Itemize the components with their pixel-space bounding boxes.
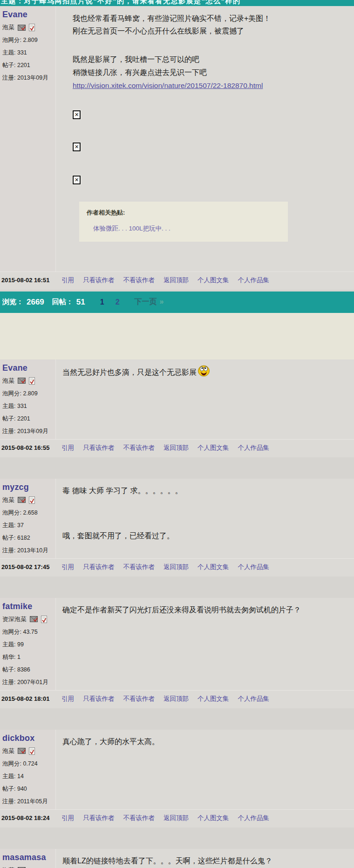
username-link[interactable]: myzcg [2, 482, 54, 492]
action-only-author-link[interactable]: 只看该作者 [83, 695, 115, 703]
user-icons [18, 747, 35, 755]
action-only-author-link[interactable]: 只看该作者 [83, 814, 115, 822]
next-page-arrow-icon: » [160, 298, 164, 305]
post-content: 确定不是作者新买了闪光灯后还没来得及看说明书就去匆匆试机的片子？ [56, 598, 354, 690]
username-link[interactable]: masamasa [2, 853, 54, 862]
username-link[interactable]: Evane [2, 363, 54, 373]
username-link[interactable]: fatmike [2, 602, 54, 611]
user-rank-label: 泡菜 [2, 496, 14, 504]
user-rank-row: 泡菜 [2, 747, 54, 755]
user-stat: 注册: 2013年09月 [2, 74, 54, 82]
post-text: 真心跪了，大师的水平太高。 [62, 735, 348, 748]
user-stats: 泡网分: 2.658主题: 37帖子: 6182注册: 2013年10月 [2, 509, 54, 555]
action-works-link[interactable]: 个人作品集 [238, 814, 270, 822]
edit-icon[interactable] [41, 616, 47, 623]
post-content: 当然无忌好片也多滴，只是这个无忌影展 [56, 359, 354, 439]
post-date: 2015-08-02 18:24 [0, 814, 61, 821]
action-hide-author-link[interactable]: 不看该作者 [123, 276, 155, 285]
page-number-2[interactable]: 2 [116, 298, 120, 306]
action-hide-author-link[interactable]: 不看该作者 [123, 444, 155, 452]
message-icon[interactable] [18, 748, 26, 754]
action-gallery-link[interactable]: 个人图文集 [197, 814, 229, 822]
action-gallery-link[interactable]: 个人图文集 [197, 444, 229, 452]
action-hide-author-link[interactable]: 不看该作者 [123, 814, 155, 822]
page-number-current[interactable]: 1 [100, 298, 104, 306]
post-actions: 引用只看该作者不看该作者返回顶部个人图文集个人作品集 [61, 695, 269, 703]
message-icon[interactable] [18, 378, 26, 384]
user-icons [18, 24, 35, 31]
blank-line [62, 497, 348, 529]
user-stats: 泡网分: 2.809主题: 331帖子: 2201注册: 2013年09月 [2, 36, 54, 82]
user-stat: 主题: 331 [2, 402, 54, 410]
thread-stats-bar: 浏览： 2669 回帖： 51 1 2 下一页» [0, 292, 354, 313]
user-rank-row: 泡菜 [2, 496, 54, 504]
post-text-span: 当然无忌好片也多滴，只是这个无忌影展 [62, 368, 197, 376]
action-back-top-link[interactable]: 返回顶部 [163, 276, 189, 285]
action-quote-link[interactable]: 引用 [61, 695, 74, 703]
post-content: 毒 德味 大师 学习了 求。。。。。。哦，套图就不用了，已经看过了。 [56, 479, 354, 558]
post-actions: 引用只看该作者不看该作者返回顶部个人图文集个人作品集 [61, 444, 269, 452]
edit-icon[interactable] [29, 377, 35, 385]
related-post-link[interactable]: 体验微距. . . 100L把玩中. . . [93, 224, 280, 234]
thread-title: 主题：对于蜂鸟网拍点片说“不好”的，请来看看无忌影展是“怎么”样的 [0, 0, 354, 6]
action-quote-link[interactable]: 引用 [61, 814, 74, 822]
action-works-link[interactable]: 个人作品集 [238, 276, 270, 285]
post-actions: 引用只看该作者不看该作者返回顶部个人图文集个人作品集 [61, 276, 269, 285]
message-icon[interactable] [18, 497, 26, 503]
post-text: 稍微链接几张，有兴趣点进去见识一下吧 [73, 66, 348, 79]
action-only-author-link[interactable]: 只看该作者 [83, 444, 115, 452]
username-link[interactable]: dickbox [2, 733, 54, 743]
action-back-top-link[interactable]: 返回顶部 [163, 444, 189, 452]
message-icon[interactable] [18, 25, 26, 31]
forum-post: Evane 泡菜 泡网分: 2.809主题: 331帖子: 2201注册: 20… [0, 359, 354, 457]
user-rank-row: 泡菜 [2, 866, 54, 868]
action-back-top-link[interactable]: 返回顶部 [163, 563, 189, 571]
post-date: 2015-08-02 16:51 [0, 277, 61, 284]
user-info-panel: Evane 泡菜 泡网分: 2.809主题: 331帖子: 2201注册: 20… [0, 359, 56, 439]
action-quote-link[interactable]: 引用 [61, 444, 74, 452]
empty-ad-block [0, 313, 354, 359]
related-posts-title: 作者相关热贴: [87, 208, 280, 218]
user-info-panel: dickbox 泡菜 泡网分: 0.724主题: 14帖子: 940注册: 20… [0, 730, 56, 809]
username-link[interactable]: Evane [2, 10, 54, 20]
action-hide-author-link[interactable]: 不看该作者 [123, 695, 155, 703]
user-stats: 泡网分: 2.809主题: 331帖子: 2201注册: 2013年09月 [2, 390, 54, 435]
action-works-link[interactable]: 个人作品集 [238, 563, 270, 571]
action-hide-author-link[interactable]: 不看该作者 [123, 563, 155, 571]
edit-icon[interactable] [29, 496, 35, 504]
post-footer-row: 2015-08-02 17:45 引用只看该作者不看该作者返回顶部个人图文集个人… [0, 558, 354, 576]
user-stat: 主题: 331 [2, 49, 54, 57]
post-url-link[interactable]: http://vision.xitek.com/vision/nature/20… [73, 80, 263, 92]
action-gallery-link[interactable]: 个人图文集 [197, 563, 229, 571]
next-page-link[interactable]: 下一页» [135, 297, 164, 307]
action-only-author-link[interactable]: 只看该作者 [83, 563, 115, 571]
action-back-top-link[interactable]: 返回顶部 [163, 814, 189, 822]
action-works-link[interactable]: 个人作品集 [238, 444, 270, 452]
user-stat: 主题: 14 [2, 773, 54, 780]
user-info-panel: masamasa 泡菜 泡网分: 0.416主题: 2帖子: 414 [0, 849, 56, 868]
action-quote-link[interactable]: 引用 [61, 276, 74, 285]
user-stat: 帖子: 8386 [2, 666, 54, 674]
action-works-link[interactable]: 个人作品集 [238, 695, 270, 703]
replies-count: 51 [76, 298, 85, 307]
edit-icon[interactable] [29, 24, 35, 31]
post-text: 刚在无忌首页一不小心点开什么在线影展，被震撼了 [73, 25, 348, 37]
action-back-top-link[interactable]: 返回顶部 [163, 695, 189, 703]
blank-line [73, 153, 348, 172]
related-posts-box: 作者相关热贴:体验微距. . . 100L把玩中. . . [79, 202, 288, 242]
action-only-author-link[interactable]: 只看该作者 [83, 276, 115, 285]
edit-icon[interactable] [29, 747, 35, 755]
action-quote-link[interactable]: 引用 [61, 563, 74, 571]
message-icon[interactable] [30, 616, 38, 622]
action-gallery-link[interactable]: 个人图文集 [197, 695, 229, 703]
broken-image: ✕ [73, 108, 348, 120]
blank-line [73, 37, 348, 53]
post-text: 毒 德味 大师 学习了 求。。。。。。 [62, 484, 348, 497]
user-stat: 泡网分: 2.809 [2, 36, 54, 44]
blank-line [73, 92, 348, 107]
user-stat: 泡网分: 2.809 [2, 390, 54, 398]
user-stat: 泡网分: 43.75 [2, 628, 54, 636]
forum-post: dickbox 泡菜 泡网分: 0.724主题: 14帖子: 940注册: 20… [0, 730, 354, 827]
action-gallery-link[interactable]: 个人图文集 [197, 276, 229, 285]
views-label: 浏览： [2, 298, 23, 306]
